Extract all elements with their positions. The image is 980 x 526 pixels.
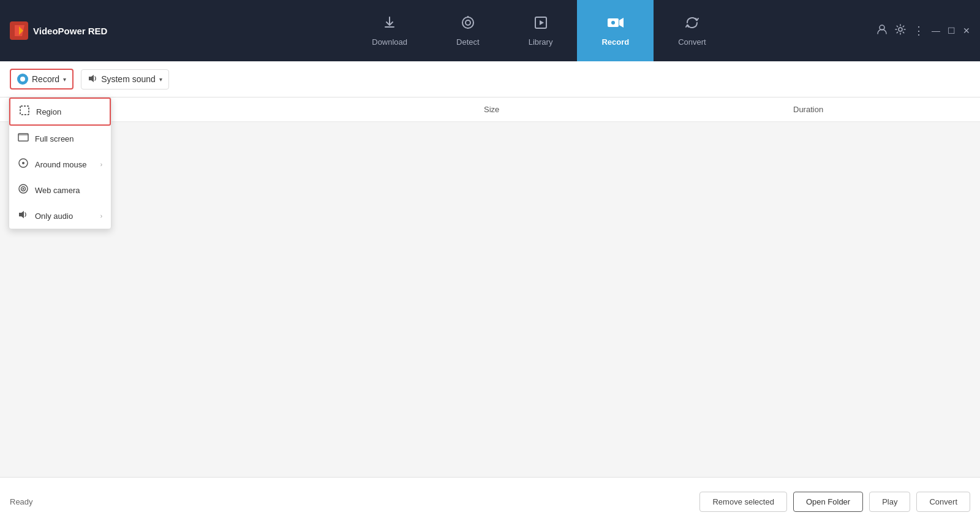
sound-chevron-icon: ▾ bbox=[159, 76, 162, 83]
remove-selected-button[interactable]: Remove selected bbox=[699, 492, 786, 512]
nav-tabs: Download Detect Library bbox=[108, 0, 970, 61]
tab-record-label: Record bbox=[601, 37, 629, 47]
around-mouse-arrow-icon: › bbox=[100, 161, 102, 168]
dropdown-item-web-camera[interactable]: Web camera bbox=[9, 177, 111, 203]
account-icon[interactable] bbox=[876, 24, 888, 37]
main-content bbox=[0, 122, 980, 492]
status-text: Ready bbox=[10, 497, 33, 506]
record-dropdown-button[interactable]: Record ▾ bbox=[10, 69, 74, 90]
around-mouse-label: Around mouse bbox=[35, 160, 87, 169]
web-camera-icon bbox=[18, 183, 29, 197]
settings-icon[interactable] bbox=[895, 24, 906, 37]
around-mouse-icon bbox=[18, 158, 29, 171]
record-circle-icon bbox=[17, 74, 28, 85]
close-button[interactable]: ✕ bbox=[963, 26, 970, 36]
convert-icon bbox=[685, 15, 699, 34]
svg-marker-7 bbox=[540, 20, 544, 25]
sound-dropdown-button[interactable]: System sound ▾ bbox=[81, 69, 169, 90]
svg-marker-9 bbox=[619, 18, 624, 28]
record-chevron-icon: ▾ bbox=[63, 76, 66, 83]
convert-button[interactable]: Convert bbox=[916, 492, 970, 512]
tab-detect-label: Detect bbox=[456, 37, 480, 47]
tab-convert-label: Convert bbox=[678, 37, 706, 47]
svg-point-10 bbox=[611, 21, 615, 25]
svg-point-12 bbox=[899, 28, 902, 31]
tab-convert[interactable]: Convert bbox=[654, 0, 731, 61]
svg-rect-14 bbox=[20, 106, 29, 115]
app-title: VideoPower RED bbox=[33, 26, 107, 36]
library-icon bbox=[533, 15, 548, 34]
sound-icon bbox=[88, 74, 97, 85]
fullscreen-icon bbox=[18, 132, 29, 145]
detect-icon bbox=[461, 15, 475, 34]
svg-point-18 bbox=[22, 162, 24, 164]
bottom-bar: Ready Remove selected Open Folder Play C… bbox=[0, 477, 980, 526]
svg-point-21 bbox=[23, 188, 24, 190]
app-logo: VideoPower RED bbox=[10, 21, 108, 40]
region-icon bbox=[19, 105, 30, 118]
only-audio-arrow-icon: › bbox=[100, 213, 102, 219]
dropdown-item-fullscreen[interactable]: Full screen bbox=[9, 126, 111, 151]
record-inner-icon bbox=[20, 77, 25, 82]
app-logo-icon bbox=[10, 21, 28, 40]
toolbar: Record ▾ System sound ▾ Region bbox=[0, 61, 980, 97]
titlebar: VideoPower RED Download Detect bbox=[0, 0, 980, 61]
tab-record[interactable]: Record bbox=[577, 0, 654, 61]
tab-library[interactable]: Library bbox=[504, 0, 578, 61]
minimize-button[interactable]: — bbox=[932, 26, 940, 36]
play-button[interactable]: Play bbox=[869, 492, 910, 512]
tab-download-label: Download bbox=[372, 37, 407, 47]
dropdown-item-region[interactable]: Region bbox=[9, 97, 111, 126]
record-button-label: Record bbox=[32, 74, 59, 84]
svg-point-3 bbox=[462, 17, 473, 28]
only-audio-icon bbox=[18, 209, 29, 223]
open-folder-button[interactable]: Open Folder bbox=[793, 492, 863, 512]
svg-point-4 bbox=[466, 20, 470, 25]
col-size-header: Size bbox=[484, 105, 499, 114]
titlebar-controls: ⋮ — ☐ ✕ bbox=[876, 24, 970, 37]
tab-detect[interactable]: Detect bbox=[432, 0, 504, 61]
record-icon bbox=[607, 15, 624, 34]
bottom-actions: Remove selected Open Folder Play Convert bbox=[699, 492, 970, 512]
dropdown-item-only-audio[interactable]: Only audio › bbox=[9, 203, 111, 229]
svg-marker-13 bbox=[89, 75, 94, 82]
download-icon bbox=[382, 15, 397, 34]
record-dropdown-menu: Region Full screen Around mouse › bbox=[9, 97, 111, 229]
svg-marker-22 bbox=[19, 211, 24, 218]
web-camera-label: Web camera bbox=[35, 186, 80, 195]
fullscreen-label: Full screen bbox=[35, 134, 74, 143]
table-header: Size Duration bbox=[0, 97, 980, 122]
maximize-button[interactable]: ☐ bbox=[948, 26, 956, 36]
sound-label: System sound bbox=[101, 74, 156, 84]
tab-download[interactable]: Download bbox=[347, 0, 432, 61]
col-duration-header: Duration bbox=[793, 105, 823, 114]
tab-library-label: Library bbox=[529, 37, 553, 47]
region-label: Region bbox=[36, 107, 61, 116]
dropdown-item-around-mouse[interactable]: Around mouse › bbox=[9, 151, 111, 177]
more-icon[interactable]: ⋮ bbox=[913, 24, 924, 37]
only-audio-label: Only audio bbox=[35, 212, 73, 221]
